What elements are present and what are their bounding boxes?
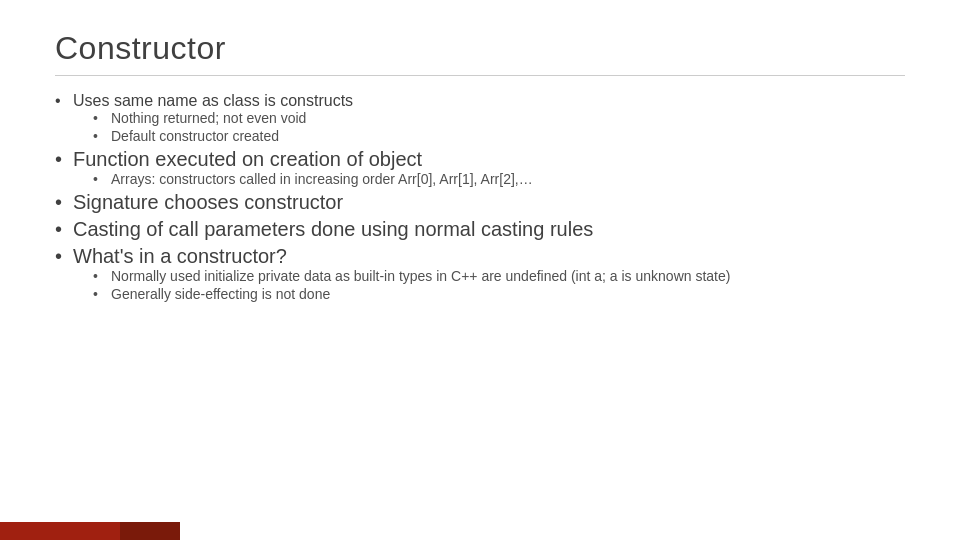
sub-list-whats-in: Normally used initialize private data as…: [93, 268, 905, 302]
sub-list-function: Arrays: constructors called in increasin…: [93, 171, 905, 187]
content-area: Constructor Uses same name as class is c…: [0, 0, 960, 540]
sub-bullet-normally-used: Normally used initialize private data as…: [93, 268, 905, 284]
main-bullet-list: Uses same name as class is constructs No…: [55, 92, 905, 306]
sub-bullet-arrays: Arrays: constructors called in increasin…: [93, 171, 905, 187]
bullet-function-executed: Function executed on creation of object …: [55, 148, 905, 187]
title-divider: [55, 75, 905, 76]
slide: Constructor Uses same name as class is c…: [0, 0, 960, 540]
sub-bullet-generally: Generally side-effecting is not done: [93, 286, 905, 302]
sub-bullet-default-constructor: Default constructor created: [93, 128, 905, 144]
bar-segment-red: [0, 522, 120, 540]
bar-segment-dark-red: [120, 522, 180, 540]
bullet-uses-same-name: Uses same name as class is constructs No…: [55, 92, 905, 144]
slide-title: Constructor: [55, 30, 905, 67]
bottom-bar: [0, 522, 960, 540]
sub-bullet-nothing-returned: Nothing returned; not even void: [93, 110, 905, 126]
bullet-signature: Signature chooses constructor: [55, 191, 905, 214]
bullet-whats-in: What's in a constructor? Normally used i…: [55, 245, 905, 302]
bullet-casting: Casting of call parameters done using no…: [55, 218, 905, 241]
sub-list-uses: Nothing returned; not even void Default …: [93, 110, 905, 144]
